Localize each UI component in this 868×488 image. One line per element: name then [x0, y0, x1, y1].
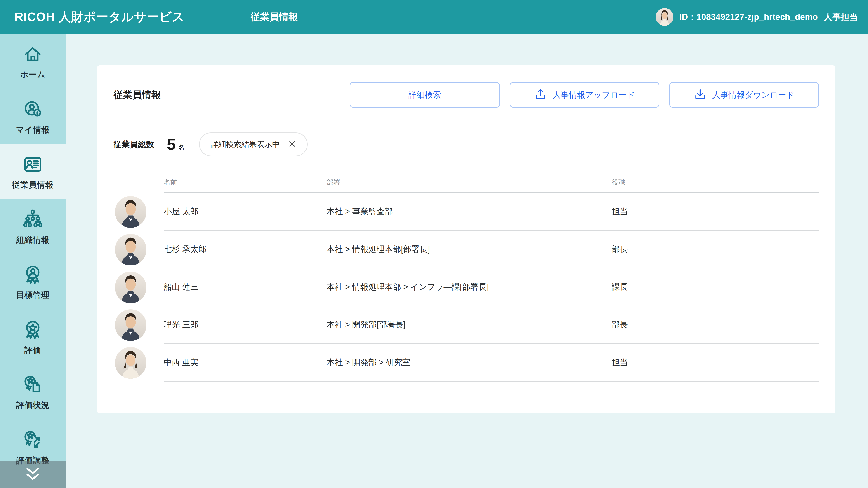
employee-avatar-cell: [114, 193, 164, 231]
sidebar-item-evaluation[interactable]: 評価: [0, 310, 66, 365]
sidebar-item-goal-management[interactable]: 目標管理: [0, 254, 66, 310]
user-menu[interactable]: ID：1083492127-zjp_hrtech_demo 人事担当: [656, 8, 858, 26]
page-title: 従業員情報: [114, 89, 161, 101]
employee-card-icon: [22, 153, 44, 176]
employee-avatar: [115, 271, 147, 303]
sidebar-item-my-info[interactable]: マイ情報: [0, 89, 66, 144]
table-row[interactable]: 小屋 太郎 本社 > 事業監査部 担当: [114, 193, 819, 231]
filter-chip-label: 詳細検索結果表示中: [211, 139, 280, 150]
employee-avatar: [115, 234, 147, 265]
column-header-name: 名前: [164, 156, 327, 193]
sidebar: ホーム マイ情報: [0, 34, 66, 488]
sidebar-item-employee-info[interactable]: 従業員情報: [0, 144, 66, 199]
sidebar-item-evaluation-status[interactable]: 評価状況: [0, 365, 66, 420]
employee-department: 本社 > 情報処理本部 > インフラ―課[部署長]: [327, 268, 612, 306]
employee-avatar: [115, 309, 147, 341]
sidebar-item-org-info[interactable]: 組織情報: [0, 199, 66, 254]
sidebar-item-label: ホーム: [20, 69, 46, 80]
employee-position: 部長: [612, 231, 819, 268]
employee-avatar-cell: [114, 306, 164, 344]
main-content: 従業員情報 詳細検索 人事情報アップロード: [66, 34, 868, 488]
employee-count-group: 5 名: [167, 136, 185, 152]
employee-department: 本社 > 事業監査部: [327, 193, 612, 231]
employee-name: 七杉 承太郎: [164, 231, 327, 268]
employee-total-label: 従業員総数: [114, 139, 154, 150]
hr-download-button[interactable]: 人事情報ダウンロード: [669, 82, 819, 107]
employee-position: 課長: [612, 268, 819, 306]
column-header-department: 部署: [327, 156, 612, 193]
employee-avatar-cell: [114, 231, 164, 268]
employee-avatar-cell: [114, 344, 164, 382]
close-icon[interactable]: [288, 140, 296, 149]
app: RICOH 人財ポータルサービス 従業員情報 ID：1083492127-zjp…: [0, 0, 868, 488]
home-icon: [22, 43, 44, 66]
sidebar-item-label: 目標管理: [16, 290, 50, 301]
employee-name: 船山 蓮三: [164, 268, 327, 306]
section-divider: [114, 118, 819, 119]
app-header: RICOH 人財ポータルサービス 従業員情報 ID：1083492127-zjp…: [0, 0, 868, 34]
upload-icon: [534, 88, 547, 102]
table-row[interactable]: 中西 亜実 本社 > 開発部 > 研究室 担当: [114, 344, 819, 382]
goal-medal-icon: [22, 263, 44, 286]
employee-department: 本社 > 情報処理本部[部署長]: [327, 231, 612, 268]
employee-avatar: [115, 347, 147, 379]
employee-avatar: [115, 196, 147, 228]
user-id-text: ID：1083492127-zjp_hrtech_demo 人事担当: [679, 11, 858, 23]
body: ホーム マイ情報: [0, 34, 868, 488]
employee-department: 本社 > 開発部[部署長]: [327, 306, 612, 344]
medal-arrows-icon: [22, 429, 44, 451]
table-row[interactable]: 七杉 承太郎 本社 > 情報処理本部[部署長] 部長: [114, 231, 819, 268]
user-id-value: ID：1083492127-zjp_hrtech_demo: [679, 11, 818, 23]
employee-position: 部長: [612, 306, 819, 344]
table-row[interactable]: 船山 蓮三 本社 > 情報処理本部 > インフラ―課[部署長] 課長: [114, 268, 819, 306]
user-avatar[interactable]: [656, 8, 673, 26]
sidebar-scroll-more[interactable]: [0, 461, 66, 488]
employee-count-value: 5: [167, 136, 176, 152]
medal-document-icon: [22, 374, 44, 396]
employee-name: 小屋 太郎: [164, 193, 327, 231]
chevron-double-down-icon: [23, 466, 42, 483]
org-chart-icon: [22, 208, 44, 231]
employee-name: 中西 亜実: [164, 344, 327, 382]
sidebar-item-label: マイ情報: [16, 124, 50, 135]
brand-title: RICOH 人財ポータルサービス: [14, 9, 185, 25]
employee-count-unit: 名: [178, 143, 185, 152]
employee-count-row: 従業員総数 5 名 詳細検索結果表示中: [114, 132, 819, 156]
employee-info-card: 従業員情報 詳細検索 人事情報アップロード: [97, 65, 835, 414]
column-header-position: 役職: [612, 156, 819, 193]
employee-avatar-cell: [114, 268, 164, 306]
header-page-title: 従業員情報: [251, 11, 298, 23]
card-actions: 詳細検索 人事情報アップロード 人事情報ダウンロード: [350, 82, 819, 107]
sidebar-item-label: 組織情報: [16, 234, 50, 246]
my-info-icon: [22, 98, 44, 121]
star-medal-icon: [22, 319, 44, 341]
hr-download-label: 人事情報ダウンロード: [712, 90, 795, 101]
sidebar-item-label: 評価: [24, 345, 41, 356]
column-avatar-spacer: [114, 156, 164, 193]
employee-position: 担当: [612, 344, 819, 382]
user-role: 人事担当: [824, 11, 858, 23]
employee-table: 名前 部署 役職 小屋 太郎 本社 > 事業監査部 担当: [114, 156, 819, 382]
employee-position: 担当: [612, 193, 819, 231]
table-row[interactable]: 理光 三郎 本社 > 開発部[部署長] 部長: [114, 306, 819, 344]
table-header-row: 名前 部署 役職: [114, 156, 819, 193]
advanced-search-button[interactable]: 詳細検索: [350, 82, 500, 107]
sidebar-item-label: 評価状況: [16, 400, 50, 411]
hr-upload-label: 人事情報アップロード: [553, 90, 635, 101]
advanced-search-label: 詳細検索: [408, 90, 441, 101]
hr-upload-button[interactable]: 人事情報アップロード: [510, 82, 659, 107]
sidebar-item-home[interactable]: ホーム: [0, 34, 66, 89]
employee-department: 本社 > 開発部 > 研究室: [327, 344, 612, 382]
card-header: 従業員情報 詳細検索 人事情報アップロード: [114, 65, 819, 107]
filter-chip[interactable]: 詳細検索結果表示中: [199, 132, 308, 156]
sidebar-item-label: 従業員情報: [12, 180, 54, 191]
download-icon: [694, 88, 706, 102]
employee-name: 理光 三郎: [164, 306, 327, 344]
